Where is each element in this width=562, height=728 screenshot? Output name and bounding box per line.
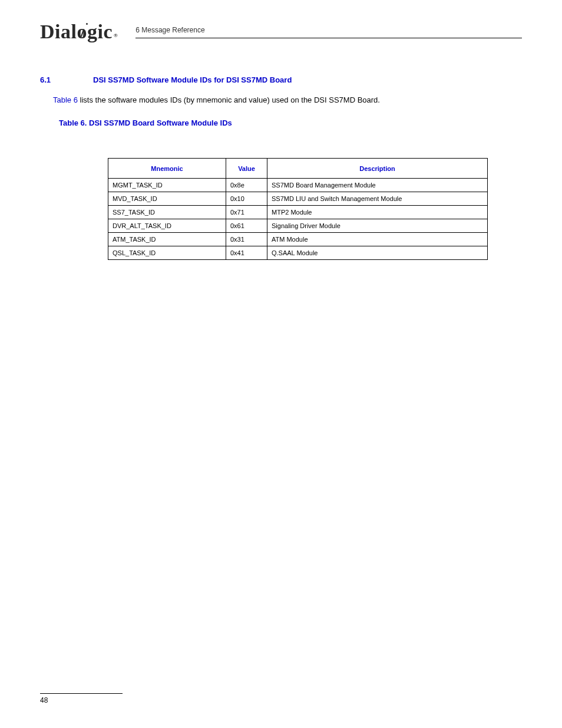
module-ids-table: Mnemonic Value Description MGMT_TASK_ID … — [108, 158, 488, 260]
cell-description: SS7MD LIU and Switch Management Module — [267, 192, 488, 206]
cell-value: 0x61 — [226, 219, 267, 233]
page-number: 48 — [40, 696, 522, 704]
cell-value: 0x10 — [226, 192, 267, 206]
col-header-mnemonic: Mnemonic — [108, 159, 226, 179]
chapter-title: 6 Message Reference — [135, 26, 522, 38]
cell-description: ATM Module — [267, 233, 488, 246]
table-row: QSL_TASK_ID 0x41 Q.SAAL Module — [108, 246, 488, 260]
logo: Dialogic® — [40, 21, 118, 43]
table-row: MVD_TASK_ID 0x10 SS7MD LIU and Switch Ma… — [108, 192, 488, 206]
page-header: Dialogic® 6 Message Reference — [40, 21, 522, 43]
page-content: 6.1 DSI SS7MD Software Module IDs for DS… — [40, 75, 522, 260]
table-header-row: Mnemonic Value Description — [108, 159, 488, 179]
cell-value: 0x41 — [226, 246, 267, 260]
table-row: SS7_TASK_ID 0x71 MTP2 Module — [108, 206, 488, 219]
table-caption: Table 6. DSI SS7MD Board Software Module… — [59, 118, 522, 127]
cell-mnemonic: MGMT_TASK_ID — [108, 179, 226, 192]
intro-paragraph: Table 6 lists the software modules IDs (… — [53, 95, 522, 106]
page-footer: 48 — [40, 693, 522, 704]
col-header-value: Value — [226, 159, 267, 179]
header-right: 6 Message Reference — [135, 26, 522, 38]
section-title: DSI SS7MD Software Module IDs for DSI SS… — [93, 75, 292, 84]
cell-value: 0x31 — [226, 233, 267, 246]
cell-mnemonic: ATM_TASK_ID — [108, 233, 226, 246]
cell-description: MTP2 Module — [267, 206, 488, 219]
cell-mnemonic: QSL_TASK_ID — [108, 246, 226, 260]
footer-rule — [40, 693, 123, 694]
cell-value: 0x8e — [226, 179, 267, 192]
logo-text-o: o — [77, 21, 87, 43]
table-reference-link[interactable]: Table 6 — [53, 95, 78, 104]
header-rule — [135, 38, 522, 38]
paragraph-text: lists the software modules IDs (by mnemo… — [78, 95, 380, 104]
cell-mnemonic: MVD_TASK_ID — [108, 192, 226, 206]
table-row: ATM_TASK_ID 0x31 ATM Module — [108, 233, 488, 246]
cell-description: Signaling Driver Module — [267, 219, 488, 233]
table-row: MGMT_TASK_ID 0x8e SS7MD Board Management… — [108, 179, 488, 192]
logo-registered: ® — [114, 32, 118, 38]
cell-mnemonic: DVR_ALT_TASK_ID — [108, 219, 226, 233]
section-heading: 6.1 DSI SS7MD Software Module IDs for DS… — [40, 75, 522, 84]
logo-text-post: gic — [87, 21, 113, 43]
logo-text-pre: Dial — [40, 21, 77, 43]
section-number: 6.1 — [40, 75, 93, 84]
cell-mnemonic: SS7_TASK_ID — [108, 206, 226, 219]
cell-description: Q.SAAL Module — [267, 246, 488, 260]
table-row: DVR_ALT_TASK_ID 0x61 Signaling Driver Mo… — [108, 219, 488, 233]
cell-description: SS7MD Board Management Module — [267, 179, 488, 192]
col-header-description: Description — [267, 159, 488, 179]
cell-value: 0x71 — [226, 206, 267, 219]
